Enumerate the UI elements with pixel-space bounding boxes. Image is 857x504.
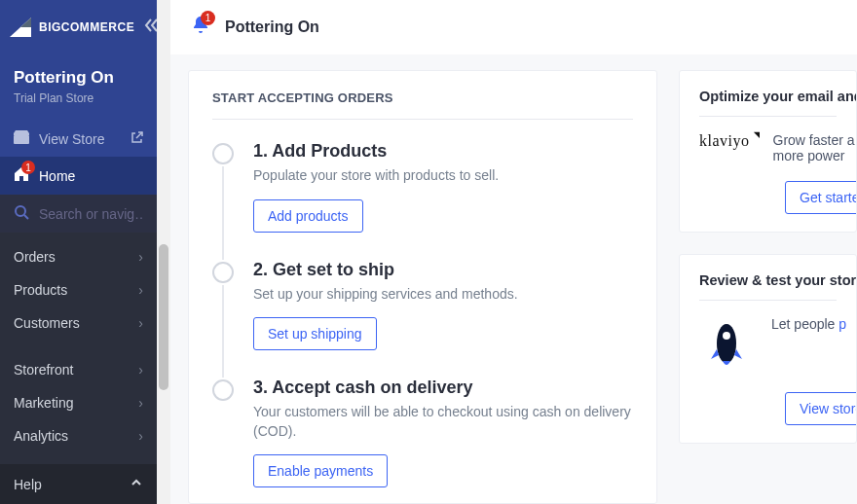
rocket-icon <box>699 316 754 375</box>
nav-label: Marketing <box>14 395 73 411</box>
sidebar-item-analytics[interactable]: Analytics › <box>0 419 157 452</box>
sidebar-item-help[interactable]: Help <box>0 464 157 504</box>
review-pitch-link[interactable]: p <box>838 316 846 332</box>
nav-label: Products <box>14 282 67 298</box>
klaviyo-card: Optimize your email and SM klaviyo Grow … <box>679 70 857 233</box>
klaviyo-title: Optimize your email and SM <box>699 89 837 117</box>
svg-rect-2 <box>14 135 29 144</box>
step-shipping: 2. Get set to ship Set up your shipping … <box>212 260 633 351</box>
klaviyo-get-started-button[interactable]: Get started <box>785 181 857 214</box>
bell-badge: 1 <box>201 11 215 25</box>
klaviyo-pitch-2: more power <box>773 148 855 163</box>
step-status-circle <box>212 379 234 401</box>
brand-flag-icon <box>10 18 31 37</box>
home-label: Home <box>39 168 75 184</box>
sidebar-item-storefront[interactable]: Storefront › <box>0 353 157 386</box>
scrollbar-thumb[interactable] <box>159 244 168 390</box>
view-store-link[interactable]: View Store <box>0 121 157 157</box>
store-name: Pottering On <box>14 68 143 88</box>
sidebar-item-products[interactable]: Products › <box>0 273 157 306</box>
search-icon <box>14 204 29 223</box>
storefront-icon <box>14 130 29 147</box>
sidebar-item-marketing[interactable]: Marketing › <box>0 386 157 419</box>
main: 1 Pottering On START ACCEPTING ORDERS 1.… <box>170 0 857 504</box>
step-payments: 3. Accept cash on delivery Your customer… <box>212 378 633 487</box>
step-add-products: 1. Add Products Populate your store with… <box>212 141 633 233</box>
store-header: Pottering On Trial Plan Store <box>0 54 157 121</box>
chevron-right-icon: › <box>138 395 143 411</box>
sidebar-item-orders[interactable]: Orders › <box>0 240 157 273</box>
sidebar-item-customers[interactable]: Customers › <box>0 306 157 340</box>
chevron-right-icon: › <box>138 315 143 331</box>
step-status-circle <box>212 143 234 164</box>
chevron-up-icon <box>130 476 143 492</box>
onboarding-card: START ACCEPTING ORDERS 1. Add Products P… <box>188 70 657 504</box>
klaviyo-logo: klaviyo <box>699 132 756 150</box>
sidebar-nav: Orders › Products › Customers › Storefro… <box>0 233 157 464</box>
review-pitch-text: Let people <box>771 316 838 332</box>
step-status-circle <box>212 262 234 283</box>
chevron-right-icon: › <box>138 249 143 265</box>
view-store-label: View Store <box>39 131 104 147</box>
nav-label: Analytics <box>14 428 68 444</box>
svg-point-4 <box>717 324 736 363</box>
review-pitch: Let people p <box>771 316 846 332</box>
content: START ACCEPTING ORDERS 1. Add Products P… <box>170 54 857 504</box>
enable-payments-button[interactable]: Enable payments <box>253 454 388 487</box>
notifications-bell[interactable]: 1 <box>190 15 211 40</box>
klaviyo-pitch-1: Grow faster a <box>773 132 855 148</box>
add-products-button[interactable]: Add products <box>253 199 363 233</box>
nav-label: Orders <box>14 249 56 265</box>
review-title: Review & test your store <box>699 272 837 301</box>
step-desc: Populate your store with products to sel… <box>253 166 499 186</box>
page-title: Pottering On <box>225 18 319 36</box>
chevron-right-icon: › <box>138 428 143 444</box>
home-badge: 1 <box>21 161 35 174</box>
search-placeholder: Search or navig… <box>39 206 143 222</box>
svg-point-3 <box>16 206 25 216</box>
section-title: START ACCEPTING ORDERS <box>212 90 633 120</box>
step-desc: Set up your shipping services and method… <box>253 285 518 305</box>
brand-name: BIGCOMMERCE <box>39 20 134 34</box>
store-plan: Trial Plan Store <box>14 91 143 105</box>
sidebar: BIGCOMMERCE Pottering On Trial Plan Stor… <box>0 0 157 504</box>
help-label: Help <box>14 477 42 492</box>
external-link-icon <box>130 131 143 147</box>
brand-bar: BIGCOMMERCE <box>0 0 157 54</box>
right-column: Optimize your email and SM klaviyo Grow … <box>679 70 857 504</box>
step-desc: Your customers will be able to checkout … <box>253 403 633 441</box>
chevron-right-icon: › <box>138 282 143 298</box>
nav-label: Storefront <box>14 362 73 378</box>
topbar: 1 Pottering On <box>170 0 857 54</box>
step-title: 1. Add Products <box>253 141 499 162</box>
review-store-card: Review & test your store Let people p Vi… <box>679 254 857 444</box>
view-store-button[interactable]: View store <box>785 392 857 425</box>
nav-label: Customers <box>14 315 80 331</box>
sidebar-scrollbar[interactable] <box>157 0 170 504</box>
chevron-right-icon: › <box>138 362 143 378</box>
set-up-shipping-button[interactable]: Set up shipping <box>253 317 377 350</box>
sidebar-search[interactable]: Search or navig… <box>0 195 157 233</box>
sidebar-item-home[interactable]: 1 Home <box>0 157 157 195</box>
step-title: 2. Get set to ship <box>253 260 518 280</box>
step-title: 3. Accept cash on delivery <box>253 378 633 398</box>
svg-point-5 <box>723 332 730 340</box>
